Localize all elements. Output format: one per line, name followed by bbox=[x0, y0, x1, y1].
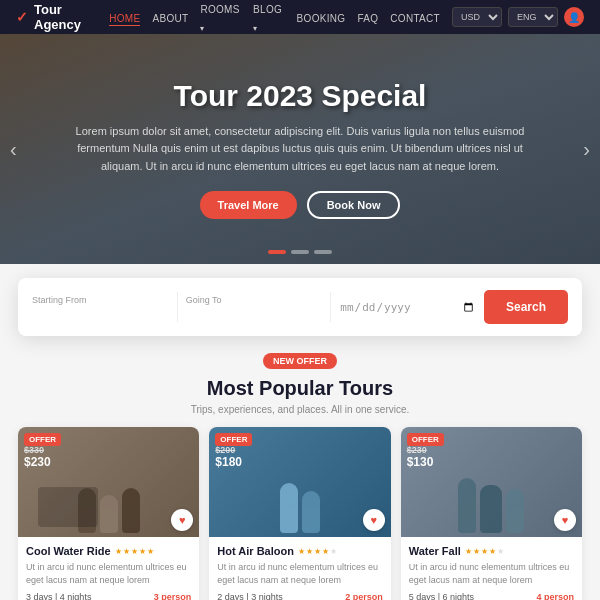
star: ★ bbox=[314, 547, 321, 556]
book-now-button[interactable]: Book Now bbox=[307, 191, 401, 219]
stars-2: ★ ★ ★ ★ ★ bbox=[298, 547, 337, 556]
figure-1 bbox=[78, 488, 96, 533]
nav-right: USD ENG 👤 bbox=[452, 7, 584, 27]
wishlist-button-2[interactable]: ♥ bbox=[363, 509, 385, 531]
card-duration-3: 5 days | 6 nights bbox=[409, 592, 474, 600]
travel-more-button[interactable]: Travel More bbox=[200, 191, 297, 219]
tours-header: NEW OFFER Most Popular Tours Trips, expe… bbox=[18, 350, 582, 415]
language-select[interactable]: ENG bbox=[508, 7, 558, 27]
star: ★ bbox=[139, 547, 146, 556]
card-duration-1: 3 days | 4 nights bbox=[26, 592, 91, 600]
price-old-1: $330 bbox=[24, 445, 51, 455]
card-duration-2: 2 days | 3 nights bbox=[217, 592, 282, 600]
star: ★ bbox=[497, 547, 504, 556]
search-divider-1 bbox=[177, 292, 178, 322]
hero-buttons: Travel More Book Now bbox=[60, 191, 540, 219]
tour-card-water-fall: OFFER $230 $130 ♥ Water Fall ★ ★ ★ ★ ★ bbox=[401, 427, 582, 600]
card-title-3: Water Fall bbox=[409, 545, 461, 557]
hero-dots bbox=[268, 250, 332, 254]
starting-from-group: Starting From bbox=[32, 295, 169, 319]
card-image-wrap-1: OFFER $330 $230 ♥ bbox=[18, 427, 199, 537]
new-offer-label: NEW OFFER bbox=[263, 353, 337, 369]
stars-1: ★ ★ ★ ★ ★ bbox=[115, 547, 154, 556]
star: ★ bbox=[481, 547, 488, 556]
star: ★ bbox=[473, 547, 480, 556]
star: ★ bbox=[465, 547, 472, 556]
date-input[interactable] bbox=[339, 300, 476, 315]
card-body-2: Hot Air Baloon ★ ★ ★ ★ ★ Ut in arcu id n… bbox=[209, 537, 390, 600]
card-desc-1: Ut in arcu id nunc elementum ultrices eu… bbox=[26, 561, 191, 586]
card-image-wrap-3: OFFER $230 $130 ♥ bbox=[401, 427, 582, 537]
nav-item-about[interactable]: ABOUT bbox=[152, 8, 188, 26]
card-persons-3: 4 person bbox=[536, 592, 574, 600]
tours-section: NEW OFFER Most Popular Tours Trips, expe… bbox=[0, 350, 600, 600]
price-new-3: $130 bbox=[407, 455, 434, 469]
figure-2 bbox=[100, 495, 118, 533]
hero-title: Tour 2023 Special bbox=[60, 79, 540, 113]
card-persons-2: 2 person bbox=[345, 592, 383, 600]
search-divider-2 bbox=[330, 292, 331, 322]
user-icon: 👤 bbox=[568, 12, 580, 23]
price-badge-3: $230 $130 bbox=[407, 445, 434, 469]
navbar: ✓ Tour Agency HOME ABOUT ROOMS BLOG BOOK… bbox=[0, 0, 600, 34]
date-group bbox=[339, 300, 476, 315]
starting-from-input[interactable] bbox=[32, 307, 169, 319]
card-title-row-3: Water Fall ★ ★ ★ ★ ★ bbox=[409, 545, 574, 557]
wishlist-button-3[interactable]: ♥ bbox=[554, 509, 576, 531]
hero-content: Tour 2023 Special Lorem ipsum dolor sit … bbox=[0, 79, 600, 220]
figure-3 bbox=[122, 488, 140, 533]
nav-item-faq[interactable]: FAQ bbox=[357, 8, 378, 26]
star: ★ bbox=[123, 547, 130, 556]
hero-next-arrow[interactable]: › bbox=[583, 138, 590, 161]
card-footer-3: 5 days | 6 nights 4 person bbox=[409, 592, 574, 600]
hero-dot-2[interactable] bbox=[291, 250, 309, 254]
logo-text: Tour Agency bbox=[34, 2, 109, 32]
price-old-3: $230 bbox=[407, 445, 434, 455]
nav-item-rooms[interactable]: ROOMS bbox=[200, 0, 241, 35]
card-footer-2: 2 days | 3 nights 2 person bbox=[217, 592, 382, 600]
tours-title: Most Popular Tours bbox=[18, 377, 582, 400]
star: ★ bbox=[330, 547, 337, 556]
price-old-2: $200 bbox=[215, 445, 242, 455]
nav-item-booking[interactable]: BOOKING bbox=[297, 8, 346, 26]
logo-check-icon: ✓ bbox=[16, 9, 28, 25]
star: ★ bbox=[147, 547, 154, 556]
hero-dot-1[interactable] bbox=[268, 250, 286, 254]
hero-description: Lorem ipsum dolor sit amet, consectetur … bbox=[60, 123, 540, 176]
star: ★ bbox=[322, 547, 329, 556]
hero-prev-arrow[interactable]: ‹ bbox=[10, 138, 17, 161]
price-badge-1: $330 $230 bbox=[24, 445, 51, 469]
stars-3: ★ ★ ★ ★ ★ bbox=[465, 547, 504, 556]
star: ★ bbox=[131, 547, 138, 556]
card-title-2: Hot Air Baloon bbox=[217, 545, 294, 557]
star: ★ bbox=[489, 547, 496, 556]
figure-6 bbox=[458, 478, 476, 533]
going-to-input[interactable] bbox=[186, 307, 323, 319]
card-footer-1: 3 days | 4 nights 3 person bbox=[26, 592, 191, 600]
nav-item-blog[interactable]: BLOG bbox=[253, 0, 285, 35]
nav-item-home[interactable]: HOME bbox=[109, 8, 140, 26]
card-desc-3: Ut in arcu id nunc elementum ultrices eu… bbox=[409, 561, 574, 586]
user-button[interactable]: 👤 bbox=[564, 7, 584, 27]
price-new-1: $230 bbox=[24, 455, 51, 469]
starting-from-label: Starting From bbox=[32, 295, 169, 305]
tour-card-hot-air-baloon: OFFER $200 $180 ♥ Hot Air Baloon ★ ★ ★ ★… bbox=[209, 427, 390, 600]
card-body-3: Water Fall ★ ★ ★ ★ ★ Ut in arcu id nunc … bbox=[401, 537, 582, 600]
card-title-row-2: Hot Air Baloon ★ ★ ★ ★ ★ bbox=[217, 545, 382, 557]
figure-5 bbox=[302, 491, 320, 533]
nav-item-contact[interactable]: CONTACT bbox=[390, 8, 440, 26]
figure-8 bbox=[506, 489, 524, 533]
card-body-1: Cool Water Ride ★ ★ ★ ★ ★ Ut in arcu id … bbox=[18, 537, 199, 600]
hero-dot-3[interactable] bbox=[314, 250, 332, 254]
price-new-2: $180 bbox=[215, 455, 242, 469]
card-image-wrap-2: OFFER $200 $180 ♥ bbox=[209, 427, 390, 537]
logo[interactable]: ✓ Tour Agency bbox=[16, 2, 109, 32]
star: ★ bbox=[298, 547, 305, 556]
hero-section: ‹ Tour 2023 Special Lorem ipsum dolor si… bbox=[0, 34, 600, 264]
star: ★ bbox=[306, 547, 313, 556]
tours-subtitle: Trips, experiences, and places. All in o… bbox=[18, 404, 582, 415]
search-button[interactable]: Search bbox=[484, 290, 568, 324]
star: ★ bbox=[115, 547, 122, 556]
going-to-group: Going To bbox=[186, 295, 323, 319]
currency-select[interactable]: USD bbox=[452, 7, 502, 27]
